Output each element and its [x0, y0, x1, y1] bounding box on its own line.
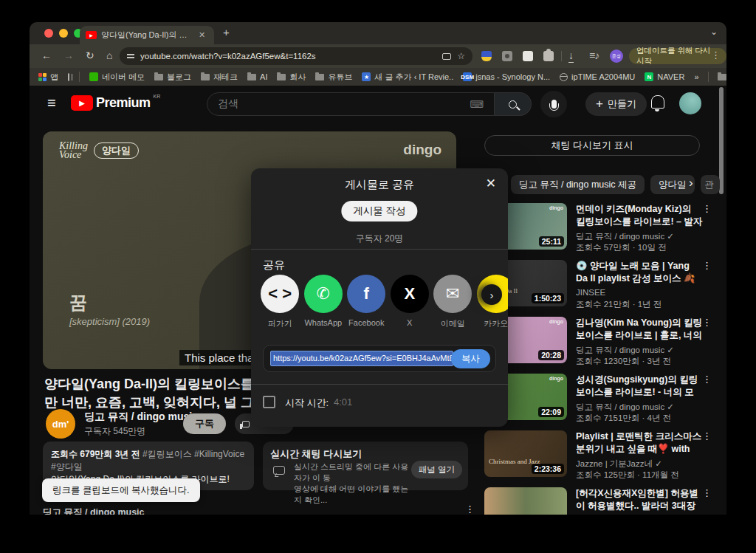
search-input[interactable]: 검색 ⌨ — [207, 92, 495, 116]
reading-list-grid-icon[interactable] — [68, 73, 69, 81]
dialog-close-icon[interactable]: ✕ — [486, 176, 496, 191]
related-video-title[interactable]: 성시경(Sungsikyung)의 킬링보이스를 라이브로! - 너의 모든 순… — [576, 374, 703, 399]
video-thumbnail[interactable]: dingo — [484, 487, 567, 515]
related-video-row[interactable]: dingo Yang Da Il 1:50:23 💿 양다일 노래 모음 | Y… — [484, 260, 712, 306]
related-video-row[interactable]: dingo 25:11 먼데이 키즈(Monday Kiz)의 킬링보이스를 라… — [484, 203, 712, 250]
share-targets-next-button[interactable]: › — [481, 284, 502, 305]
all-bookmarks-folder[interactable]: 모든 북마크 — [718, 72, 726, 83]
show-chat-replay-button[interactable]: 채팅 다시보기 표시 — [484, 135, 700, 156]
related-video-meta: 조회수 1230만회 · 3년 전 — [576, 356, 671, 367]
share-target[interactable]: < > 퍼가기 — [258, 275, 302, 329]
bookmark-item[interactable]: ★ 새 글 추가 ‹ IT Revie.. — [362, 72, 453, 83]
notifications-bell-icon[interactable] — [651, 95, 664, 109]
share-url-input[interactable]: https://youtu.be/k02azAGf5ew?si=E0BHJ4aA… — [270, 351, 453, 366]
copy-button[interactable]: 복사 — [451, 349, 490, 368]
tab-close-icon[interactable]: ✕ — [199, 30, 205, 40]
home-button[interactable]: ⌂ — [106, 49, 112, 61]
hamburger-menu-icon[interactable]: ≡ — [47, 95, 56, 111]
bookmark-item[interactable]: N NAVER — [645, 72, 684, 81]
open-panel-button[interactable]: 패널 열기 — [411, 461, 462, 478]
forward-button[interactable]: → — [63, 49, 74, 61]
send-to-device-icon[interactable] — [442, 53, 451, 60]
related-video-title[interactable]: Playlist | 로맨틱한 크리스마스 분위기 내고 싶을 때❣️ with… — [576, 430, 703, 456]
bookmarks-overflow-chevron[interactable]: » — [694, 72, 698, 81]
video-menu-icon[interactable]: ⋮ — [702, 487, 712, 498]
reload-button[interactable]: ↻ — [86, 49, 94, 61]
browser-profile-avatar[interactable]: 준성 — [610, 49, 623, 63]
bookmark-item[interactable]: 재테크 — [201, 72, 238, 83]
chips-next-chevron[interactable]: › — [689, 176, 693, 190]
url-text[interactable]: youtube.com/watch?v=k02azAGf5ew&t=1162s — [140, 52, 436, 61]
video-thumbnail[interactable]: dingo Christmas and Jazz 2:23:36 — [484, 430, 567, 477]
related-video-meta: 조회수 7151만회 · 4년 전 — [576, 413, 671, 424]
video-menu-icon[interactable]: ⋮ — [702, 203, 712, 214]
filter-chip[interactable]: 관 — [701, 175, 720, 194]
new-tab-button[interactable]: + — [223, 26, 230, 38]
playlist-icon[interactable]: ≡♪ — [589, 49, 599, 61]
share-target[interactable]: f Facebook — [345, 275, 388, 329]
bookmark-item[interactable]: 유튜브 — [315, 72, 352, 83]
share-target-icon[interactable]: X — [391, 275, 429, 313]
bottom-menu-icon[interactable]: ⋮ — [465, 504, 475, 515]
channel-avatar[interactable]: dm' — [46, 409, 75, 439]
bookmark-item[interactable]: 회사 — [277, 72, 306, 83]
site-settings-icon[interactable] — [127, 52, 134, 60]
keyboard-icon[interactable]: ⌨ — [470, 99, 484, 110]
account-avatar[interactable] — [679, 92, 701, 114]
video-menu-icon[interactable]: ⋮ — [702, 317, 712, 328]
share-target[interactable]: X X — [388, 275, 432, 329]
related-video-title[interactable]: [허각X신용재X임한별] 허용별이 허용별했다.. 발라더 3대장이 불러주는 … — [576, 487, 703, 512]
voice-search-button[interactable] — [540, 91, 567, 117]
back-button[interactable]: ← — [41, 49, 52, 61]
video-menu-icon[interactable]: ⋮ — [702, 430, 712, 442]
killing-voice-logo: KillingVoice 양다일 — [59, 142, 139, 159]
subscribe-button[interactable]: 구독 — [183, 413, 226, 434]
bookmark-item[interactable]: AI — [247, 72, 267, 81]
extension-camera-icon[interactable] — [502, 51, 512, 61]
share-target-icon[interactable]: ✆ — [304, 275, 343, 313]
create-button[interactable]: + 만들기 — [585, 92, 647, 116]
related-video-channel: JINSEE ✓ — [576, 288, 703, 297]
extension-shield-icon[interactable] — [481, 51, 492, 61]
filter-chip[interactable]: 양다일 — [650, 175, 695, 194]
share-target-icon[interactable]: < > — [261, 275, 299, 313]
create-post-button[interactable]: 게시물 작성 — [341, 201, 417, 221]
dialog-divider — [251, 384, 508, 385]
video-menu-icon[interactable]: ⋮ — [702, 260, 712, 271]
related-video-row[interactable]: dingo [허각X신용재X임한별] 허용별이 허용별했다.. 발라더 3대장이… — [484, 487, 712, 515]
extensions-puzzle-icon[interactable] — [543, 51, 554, 61]
browser-menu-icon[interactable]: ⋮ — [711, 49, 721, 61]
verified-check-icon: ✓ — [667, 232, 674, 241]
browser-tab[interactable]: ▶ 양다일(Yang Da-Il)의 킬링보이스 ✕ — [80, 26, 214, 44]
search-button[interactable] — [495, 92, 532, 116]
page-scrollbar[interactable] — [719, 87, 724, 194]
share-target-icon[interactable]: ✉ — [433, 275, 472, 313]
video-menu-icon[interactable]: ⋮ — [702, 374, 712, 385]
related-video-row[interactable]: dingo 20:28 김나영(Kim Na Young)의 킬링보이스를 라이… — [484, 317, 712, 363]
bookmark-item[interactable]: 블로그 — [154, 72, 191, 83]
tab-search-chevron-icon[interactable]: ⌄ — [710, 27, 718, 37]
related-video-row[interactable]: dingo 22:09 성시경(Sungsikyung)의 킬링보이스를 라이브… — [484, 374, 712, 420]
apps-shortcut[interactable]: 앱 — [38, 72, 58, 83]
share-target[interactable]: ✆ WhatsApp — [302, 275, 346, 329]
share-target[interactable]: ✉ 이메일 — [431, 275, 475, 329]
related-video-row[interactable]: dingo Christmas and Jazz 2:23:36 Playlis… — [484, 430, 712, 477]
filter-chip[interactable]: 딩고 뮤직 / dingo music 제공 — [511, 175, 645, 194]
downloads-icon[interactable]: ↓ — [568, 49, 574, 61]
bookmark-item[interactable]: ipTIME A2004MU — [560, 72, 635, 81]
related-video-title[interactable]: 먼데이 키즈(Monday Kiz)의 킬링보이스를 라이브로! – 발자국, … — [576, 203, 703, 228]
close-window-button[interactable] — [44, 29, 53, 38]
related-video-title[interactable]: 💿 양다일 노래 모음 | Yang Da Il playlist 감성 보이스… — [576, 260, 703, 285]
share-target-icon[interactable]: f — [347, 275, 385, 313]
extension-doc-icon[interactable] — [523, 51, 533, 61]
start-time-checkbox[interactable] — [263, 396, 275, 408]
bookmark-item[interactable]: 네이버 메모 — [89, 72, 145, 83]
bookmark-item[interactable]: DSM jsnas - Synology N... — [463, 72, 550, 81]
youtube-premium-logo[interactable]: ▶ Premium KR — [71, 95, 160, 111]
bookmarks-bar: 앱 네이버 메모 블로그 재테크 AI 회사 — [30, 68, 726, 86]
bookmark-star-icon[interactable]: ☆ — [457, 51, 465, 61]
related-video-title[interactable]: 김나영(Kim Na Young)의 킬링보이스를 라이브로 | 홀로, 너의 … — [576, 317, 703, 342]
address-bar[interactable]: youtube.com/watch?v=k02azAGf5ew&t=1162s … — [120, 47, 472, 65]
related-video-meta: 조회수 125만회 · 11개월 전 — [576, 470, 679, 481]
minimize-window-button[interactable] — [59, 29, 68, 38]
